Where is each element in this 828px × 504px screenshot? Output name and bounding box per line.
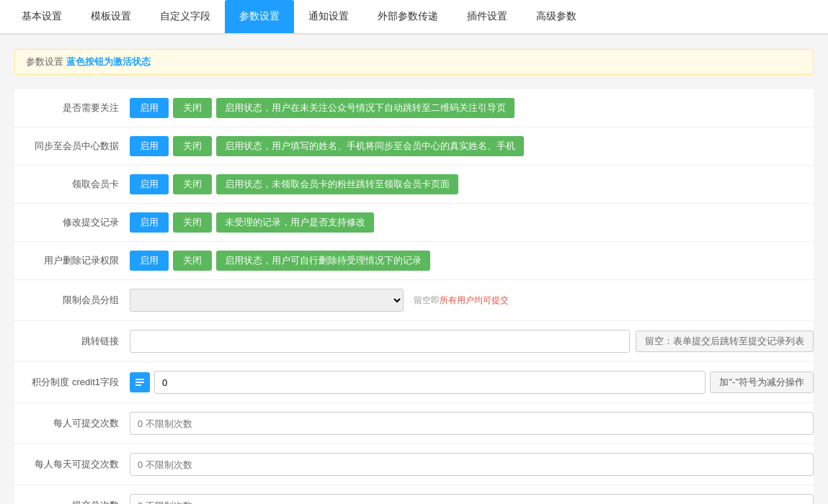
control-total-submit [130, 494, 814, 504]
control-need-follow: 启用 关闭 启用状态，用户在未关注公众号情况下自动跳转至二维码关注引导页 [130, 98, 814, 118]
control-member-group: 留空即所有用户均可提交 [130, 289, 814, 312]
label-credit: 积分制度 credit1字段 [14, 376, 130, 389]
btn-enable-delete-record[interactable]: 启用 [130, 251, 169, 271]
row-daily-submit: 每人每天可提交次数 [14, 444, 814, 485]
hint-member-group: 留空即所有用户均可提交 [414, 294, 509, 307]
hint-member-group-red: 所有用户均可提交 [440, 295, 509, 305]
input-credit[interactable] [154, 371, 705, 394]
info-prefix: 参数设置 [26, 56, 63, 67]
row-edit-record: 修改提交记录 启用 关闭 未受理的记录，用户是否支持修改 [14, 204, 814, 242]
input-submit-count[interactable] [130, 412, 814, 435]
select-member-group[interactable] [130, 289, 404, 312]
control-submit-count [130, 412, 814, 435]
label-submit-count: 每人可提交次数 [14, 417, 130, 430]
nav-item-extern-params[interactable]: 外部参数传递 [363, 0, 453, 33]
nav-item-params[interactable]: 参数设置 [225, 0, 294, 33]
svg-rect-1 [135, 382, 144, 383]
row-get-card: 领取会员卡 启用 关闭 启用状态，未领取会员卡的粉丝跳转至领取会员卡页面 [14, 166, 814, 204]
control-delete-record: 启用 关闭 启用状态，用户可自行删除待受理情况下的记录 [130, 251, 814, 271]
nav-item-plugins[interactable]: 插件设置 [453, 0, 522, 33]
label-get-card: 领取会员卡 [14, 178, 130, 191]
label-need-follow: 是否需要关注 [14, 102, 130, 114]
row-need-follow: 是否需要关注 启用 关闭 启用状态，用户在未关注公众号情况下自动跳转至二维码关注… [14, 89, 814, 127]
btn-disable-delete-record[interactable]: 关闭 [173, 251, 212, 271]
desc-get-card: 启用状态，未领取会员卡的粉丝跳转至领取会员卡页面 [216, 174, 458, 194]
label-sync-member: 同步至会员中心数据 [14, 140, 130, 153]
credit-icon [130, 372, 150, 392]
label-daily-submit: 每人每天可提交次数 [14, 458, 130, 471]
nav-item-advanced[interactable]: 高级参数 [522, 0, 591, 33]
desc-edit-record: 未受理的记录，用户是否支持修改 [216, 212, 374, 233]
input-jump-link[interactable] [130, 330, 630, 353]
svg-rect-0 [135, 379, 144, 380]
desc-sync-member: 启用状态，用户填写的姓名、手机将同步至会员中心的真实姓名、手机 [216, 136, 524, 156]
row-jump-link: 跳转链接 留空：表单提交后跳转至提交记录列表 [14, 321, 814, 362]
btn-enable-get-card[interactable]: 启用 [130, 174, 169, 194]
info-bar: 参数设置 蓝色按钮为激活状态 [14, 49, 814, 75]
nav-item-custom-fields[interactable]: 自定义字段 [146, 0, 225, 33]
btn-enable-need-follow[interactable]: 启用 [130, 98, 169, 118]
row-member-group: 限制会员分组 留空即所有用户均可提交 [14, 280, 814, 321]
input-daily-submit[interactable] [130, 453, 814, 476]
nav-item-notify[interactable]: 通知设置 [294, 0, 363, 33]
control-sync-member: 启用 关闭 启用状态，用户填写的姓名、手机将同步至会员中心的真实姓名、手机 [130, 136, 814, 156]
control-jump-link: 留空：表单提交后跳转至提交记录列表 [130, 330, 814, 353]
btn-disable-sync-member[interactable]: 关闭 [173, 136, 212, 156]
row-credit: 积分制度 credit1字段 加"-"符号为减分操作 [14, 362, 814, 403]
control-daily-submit [130, 453, 814, 476]
label-total-submit: 提交总次数 [14, 499, 130, 504]
label-edit-record: 修改提交记录 [14, 216, 130, 229]
nav-item-template[interactable]: 模板设置 [76, 0, 146, 33]
label-delete-record: 用户删除记录权限 [14, 254, 130, 267]
main-content: 参数设置 蓝色按钮为激活状态 是否需要关注 启用 关闭 启用状态，用户在未关注公… [0, 35, 828, 504]
row-delete-record: 用户删除记录权限 启用 关闭 启用状态，用户可自行删除待受理情况下的记录 [14, 242, 814, 280]
btn-disable-edit-record[interactable]: 关闭 [173, 212, 212, 233]
row-submit-count: 每人可提交次数 [14, 403, 814, 444]
form-section: 是否需要关注 启用 关闭 启用状态，用户在未关注公众号情况下自动跳转至二维码关注… [14, 89, 814, 504]
desc-need-follow: 启用状态，用户在未关注公众号情况下自动跳转至二维码关注引导页 [216, 98, 515, 118]
row-total-submit: 提交总次数 [14, 485, 814, 504]
control-edit-record: 启用 关闭 未受理的记录，用户是否支持修改 [130, 212, 814, 233]
info-highlight: 蓝色按钮为激活状态 [66, 56, 151, 67]
hint-jump-link: 留空：表单提交后跳转至提交记录列表 [636, 330, 814, 352]
label-member-group: 限制会员分组 [14, 294, 130, 307]
label-jump-link: 跳转链接 [14, 335, 130, 348]
row-sync-member: 同步至会员中心数据 启用 关闭 启用状态，用户填写的姓名、手机将同步至会员中心的… [14, 127, 814, 166]
btn-disable-get-card[interactable]: 关闭 [173, 174, 212, 194]
input-total-submit[interactable] [130, 494, 814, 504]
hint-credit: 加"-"符号为减分操作 [710, 372, 814, 393]
nav-item-basic[interactable]: 基本设置 [7, 0, 76, 33]
btn-enable-edit-record[interactable]: 启用 [130, 212, 169, 233]
svg-rect-2 [135, 384, 141, 386]
btn-disable-need-follow[interactable]: 关闭 [173, 98, 212, 118]
control-credit: 加"-"符号为减分操作 [130, 371, 814, 394]
control-get-card: 启用 关闭 启用状态，未领取会员卡的粉丝跳转至领取会员卡页面 [130, 174, 814, 194]
desc-delete-record: 启用状态，用户可自行删除待受理情况下的记录 [216, 251, 430, 271]
btn-enable-sync-member[interactable]: 启用 [130, 136, 169, 156]
top-navigation: 基本设置 模板设置 自定义字段 参数设置 通知设置 外部参数传递 插件设置 高级… [0, 0, 828, 35]
